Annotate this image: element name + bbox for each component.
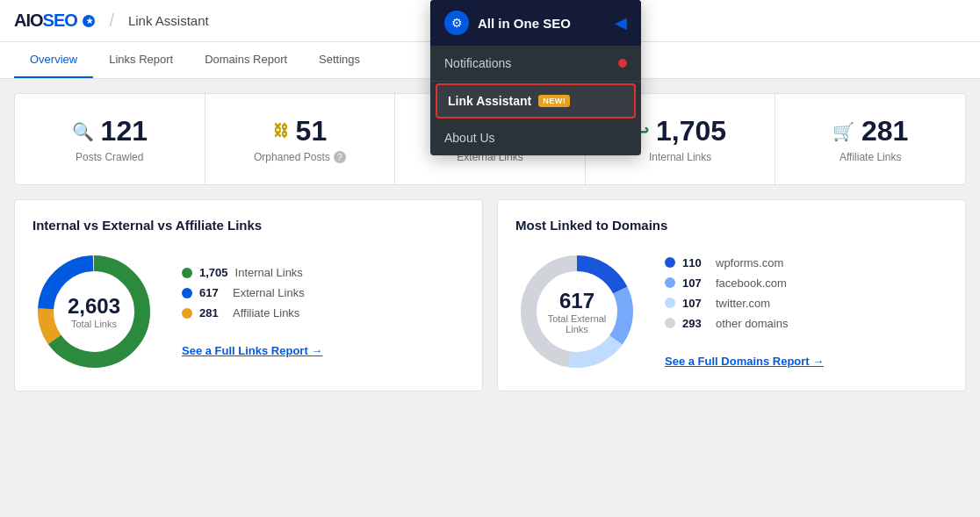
tab-links-report[interactable]: Links Report <box>93 42 189 78</box>
domains-chart-title: Most Linked to Domains <box>515 218 948 233</box>
facebook-dot <box>665 277 675 288</box>
links-total-label: Total Links <box>68 319 120 329</box>
dropdown-about-us[interactable]: About Us <box>430 120 641 155</box>
notification-dot <box>618 59 627 68</box>
legend-facebook: 107 facebook.com <box>665 276 824 290</box>
domains-donut-center: 617 Total External Links <box>546 289 608 334</box>
twitter-count: 107 <box>682 297 709 310</box>
stat-affiliate-links: 🛒 281 Affiliate Links <box>775 94 965 184</box>
tab-settings[interactable]: Settings <box>303 42 376 78</box>
domains-total-number: 617 <box>546 289 608 313</box>
panels-row: Internal vs External vs Affiliate Links <box>14 199 966 391</box>
legend-internal: 1,705 Internal Links <box>182 266 322 279</box>
page-title: Link Assistant <box>128 13 209 28</box>
domains-donut: 617 Total External Links <box>515 250 638 373</box>
external-text: External Links <box>233 286 305 299</box>
legend-affiliate: 281 Affiliate Links <box>182 306 322 320</box>
legend-external: 617 External Links <box>182 286 322 299</box>
affiliate-links-number: 281 <box>861 115 908 147</box>
dropdown-header[interactable]: ⚙ All in One SEO ◀ <box>430 0 641 46</box>
legend-other: 293 other domains <box>665 317 824 330</box>
links-legend: 1,705 Internal Links 617 External Links … <box>182 266 322 320</box>
dropdown-header-text: All in One SEO <box>478 16 571 31</box>
internal-count: 1,705 <box>199 266 228 279</box>
facebook-count: 107 <box>682 276 709 290</box>
other-text: other domains <box>716 317 788 330</box>
tab-domains-report[interactable]: Domains Report <box>189 42 303 78</box>
stat-posts-crawled: 🔍 121 Posts Crawled <box>15 94 205 184</box>
affiliate-count: 281 <box>199 306 226 320</box>
orphaned-posts-number: 51 <box>296 115 328 147</box>
external-dot <box>182 288 192 298</box>
external-count: 617 <box>199 286 226 299</box>
see-links-report-link[interactable]: See a Full Links Report → <box>182 344 322 357</box>
logo-divider: / <box>109 11 114 31</box>
dropdown-header-icon: ⚙ <box>444 11 469 35</box>
internal-text: Internal Links <box>235 266 303 279</box>
other-dot <box>665 318 675 328</box>
domains-chart-area: 617 Total External Links 110 wpforms.com <box>515 250 948 373</box>
wpforms-count: 110 <box>682 256 709 269</box>
twitter-text: twitter.com <box>716 297 770 310</box>
links-chart-panel: Internal vs External vs Affiliate Links <box>14 199 483 391</box>
orphaned-posts-label: Orphaned Posts ? <box>223 151 378 163</box>
posts-crawled-number: 121 <box>101 115 148 147</box>
stat-orphaned-posts: ⛓ 51 Orphaned Posts ? <box>205 94 396 184</box>
legend-wpforms: 110 wpforms.com <box>665 256 824 269</box>
aioseo-logo: AIOSEO ★ <box>14 11 95 31</box>
link-assistant-label: Link Assistant <box>448 94 531 108</box>
legend-twitter: 107 twitter.com <box>665 297 824 310</box>
aioseo-dropdown: ⚙ All in One SEO ◀ Notifications Link As… <box>430 0 641 155</box>
about-us-label: About Us <box>444 131 495 145</box>
chevron-left-icon: ◀ <box>615 13 627 32</box>
tab-overview[interactable]: Overview <box>14 42 93 78</box>
links-total-number: 2,603 <box>68 294 120 319</box>
domains-total-label: Total External Links <box>546 313 608 334</box>
see-domains-report-link[interactable]: See a Full Domains Report → <box>665 355 824 368</box>
other-count: 293 <box>682 317 709 330</box>
wpforms-dot <box>665 257 675 268</box>
posts-crawled-label: Posts Crawled <box>32 151 187 163</box>
dropdown-notifications[interactable]: Notifications <box>430 46 641 82</box>
affiliate-text: Affiliate Links <box>233 306 299 320</box>
internal-links-number: 1,705 <box>656 115 726 147</box>
links-chart-title: Internal vs External vs Affiliate Links <box>32 218 465 233</box>
twitter-dot <box>665 298 675 308</box>
gear-icon: ⚙ <box>451 16 463 30</box>
orphan-icon: ⛓ <box>273 122 289 140</box>
affiliate-links-label: Affiliate Links <box>793 151 948 163</box>
links-donut-center: 2,603 Total Links <box>68 294 120 329</box>
domains-legend: 110 wpforms.com 107 facebook.com 107 twi… <box>665 256 824 330</box>
links-chart-area: 2,603 Total Links 1,705 Internal Links <box>32 250 465 373</box>
dropdown-link-assistant[interactable]: Link Assistant NEW! <box>436 83 636 118</box>
domains-chart-panel: Most Linked to Domains <box>497 199 966 391</box>
internal-dot <box>182 268 192 278</box>
affiliate-dot <box>182 308 192 319</box>
search-icon: 🔍 <box>72 121 94 142</box>
affiliate-icon: 🛒 <box>832 121 854 142</box>
notifications-label: Notifications <box>444 56 511 70</box>
new-badge: NEW! <box>538 95 570 107</box>
wpforms-text: wpforms.com <box>716 256 783 269</box>
orphaned-help-icon[interactable]: ? <box>334 151 346 163</box>
facebook-text: facebook.com <box>716 276 787 290</box>
links-donut: 2,603 Total Links <box>32 250 155 373</box>
